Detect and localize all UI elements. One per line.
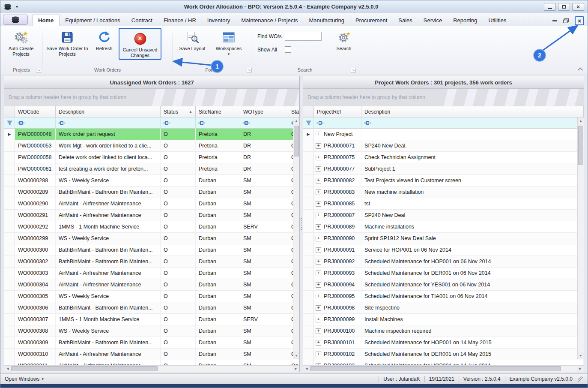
column-header-description[interactable]: Description: [361, 106, 584, 117]
work-order-row[interactable]: WO0000302BathBinMaint - Bathroom Bin Mai…: [4, 256, 299, 268]
work-order-row[interactable]: WO0000311AirMaint - Airfreshner Maintena…: [4, 360, 299, 365]
edit-filter-icon[interactable]: [4, 117, 15, 129]
expand-icon[interactable]: +: [316, 247, 321, 253]
scroll-track[interactable]: [578, 124, 584, 352]
work-order-row[interactable]: WO0000291AirMaint - Airfreshner Maintena…: [4, 210, 299, 221]
dialog-launcher-icon[interactable]: ↘: [36, 68, 41, 73]
project-row[interactable]: +PRJ0000085tst: [303, 198, 584, 210]
column-header-sitename[interactable]: SiteName: [196, 106, 240, 117]
left-vertical-scrollbar[interactable]: ▲ ▼: [293, 117, 299, 359]
expand-icon[interactable]: +: [316, 201, 321, 207]
find-wo-input[interactable]: [285, 32, 322, 41]
work-order-row[interactable]: WO0000289BathBinMaint - Bathroom Bin Mai…: [4, 186, 299, 198]
work-order-row[interactable]: WO0000288WS - Weekly ServiceODurbanSMOp: [4, 175, 299, 186]
show-all-checkbox[interactable]: [285, 46, 291, 53]
tab-procurement[interactable]: Procurement: [350, 15, 393, 26]
project-row[interactable]: ▶+New Project: [303, 129, 584, 140]
expand-icon[interactable]: +: [316, 282, 321, 288]
window-maximize-button[interactable]: [558, 3, 570, 11]
expand-icon[interactable]: +: [316, 189, 321, 195]
work-order-row[interactable]: WO0000305WS - Weekly ServiceODurbanSMOp: [4, 291, 299, 302]
panel-splitter[interactable]: [300, 76, 303, 372]
expand-icon[interactable]: +: [316, 305, 321, 311]
project-row[interactable]: +PRJ0000089Machine installations: [303, 221, 584, 233]
expand-icon[interactable]: +: [316, 155, 321, 160]
work-order-row[interactable]: WO0000290AirMaint - Airfreshner Maintena…: [4, 198, 299, 210]
column-header-status2[interactable]: Status: [288, 106, 299, 117]
filter-cell-sitename[interactable]: abc: [196, 117, 240, 129]
work-order-row[interactable]: WO0000308WS - Weekly ServiceODurbanSMOp: [4, 325, 299, 337]
open-windows-button[interactable]: Open Windows ▾: [5, 376, 44, 382]
app-icon[interactable]: [4, 3, 12, 11]
project-row[interactable]: +PRJ0000095Scheduled Maintenance for TIA…: [303, 291, 584, 302]
work-order-row[interactable]: WO0000303AirMaint - Airfreshner Maintena…: [4, 268, 299, 279]
project-row[interactable]: +PRJ0000103Scheduled Maintenance for HOP…: [303, 360, 584, 365]
filter-cell-projectref[interactable]: abc: [314, 117, 361, 129]
expand-icon[interactable]: +: [316, 328, 321, 334]
tab-maintenance-projects[interactable]: Maintenance / Projects: [236, 15, 303, 26]
workspaces-button[interactable]: Workspaces ▾: [210, 27, 248, 57]
scroll-right-icon[interactable]: ▶: [293, 366, 299, 372]
scroll-thumb[interactable]: [310, 366, 561, 371]
work-order-row[interactable]: WO0000306BathBinMaint - Bathroom Bin Mai…: [4, 302, 299, 314]
scroll-left-icon[interactable]: ◀: [4, 366, 11, 372]
work-order-row[interactable]: WO0000304AirMaint - Airfreshner Maintena…: [4, 279, 299, 291]
expand-icon[interactable]: +: [316, 132, 321, 137]
project-row[interactable]: +PRJ0000102Scheduled Maintenance for DER…: [303, 349, 584, 360]
project-row[interactable]: +PRJ0000094Scheduled Maintenance for YES…: [303, 279, 584, 291]
project-row[interactable]: +PRJ0000091Service for HOP001 on 06 Nov …: [303, 244, 584, 256]
work-order-row[interactable]: WO00003071MMS - 1 Month Machine ServiceO…: [4, 314, 299, 325]
tab-contract[interactable]: Contract: [126, 15, 158, 26]
scroll-right-icon[interactable]: ▶: [577, 366, 584, 372]
expand-icon[interactable]: +: [316, 340, 321, 346]
project-row[interactable]: +PRJ0000098Site Inspectino: [303, 302, 584, 314]
work-order-row[interactable]: PWO0000053Work Mgt - work order linked t…: [4, 140, 299, 152]
tab-service[interactable]: Service: [418, 15, 448, 26]
expand-icon[interactable]: +: [316, 363, 321, 366]
column-header-status[interactable]: Status ▲: [161, 106, 196, 117]
expand-icon[interactable]: +: [316, 166, 321, 172]
collapse-ribbon-icon[interactable]: [577, 65, 583, 72]
work-order-row[interactable]: ▶PWO0000048Work order part requestOPreto…: [4, 129, 299, 140]
scroll-down-icon[interactable]: ▼: [578, 352, 584, 359]
filter-cell-wocode[interactable]: abc: [15, 117, 56, 129]
project-row[interactable]: +PRJ0000101Scheduled Maintenance for HOP…: [303, 337, 584, 349]
tab-equipment-locations[interactable]: Equipment / Locations: [60, 15, 126, 26]
project-row[interactable]: +PRJ0000082Test Projects viewed in Custo…: [303, 175, 584, 186]
project-row[interactable]: +PRJ0000087SP240 New Deal: [303, 210, 584, 221]
quick-access-caret-icon[interactable]: ▾: [16, 4, 18, 9]
refresh-button[interactable]: Refresh: [90, 27, 118, 52]
auto-create-projects-button[interactable]: Auto Create Projects: [3, 27, 39, 58]
project-row[interactable]: +PRJ0000077SubProject 1: [303, 163, 584, 175]
workspaces-dropdown-icon[interactable]: ▾: [228, 52, 230, 56]
project-row[interactable]: +PRJ0000099Install Machines: [303, 314, 584, 325]
scroll-up-icon[interactable]: ▲: [578, 117, 584, 124]
filter-cell-description[interactable]: abc: [361, 117, 584, 129]
expand-icon[interactable]: +: [316, 236, 321, 241]
cancel-unsaved-changes-button[interactable]: × Cancel Unsaved Changes: [119, 29, 161, 59]
expand-icon[interactable]: +: [316, 178, 321, 183]
tab-finance-hr[interactable]: Finance / HR: [158, 15, 202, 26]
tab-reporting[interactable]: Reporting: [448, 15, 483, 26]
expand-icon[interactable]: +: [316, 224, 321, 230]
project-row[interactable]: +PRJ0000090Sprint SP1912 New Deal Sale: [303, 233, 584, 244]
expand-icon[interactable]: +: [316, 259, 321, 265]
window-minimize-button[interactable]: [544, 3, 556, 11]
search-button[interactable]: Search: [333, 27, 355, 52]
left-horizontal-scrollbar[interactable]: ◀ ▶: [4, 365, 299, 372]
expand-icon[interactable]: +: [316, 213, 321, 218]
expand-icon[interactable]: +: [316, 317, 321, 322]
right-vertical-scrollbar[interactable]: ▲ ▼: [577, 117, 584, 359]
project-row[interactable]: +PRJ0000075Check Technician Assignment: [303, 152, 584, 163]
scroll-left-icon[interactable]: ◀: [303, 366, 310, 372]
filter-cell-wotype[interactable]: abc: [240, 117, 288, 129]
filter-cell-description[interactable]: abc: [56, 117, 161, 129]
work-order-row[interactable]: WO0000310AirMaint - Airfreshner Maintena…: [4, 349, 299, 360]
restore-window-button[interactable]: [563, 18, 569, 23]
dialog-launcher-icon[interactable]: ↘: [247, 68, 252, 73]
scroll-thumb[interactable]: [11, 366, 158, 371]
scroll-track[interactable]: [11, 366, 293, 372]
right-horizontal-scrollbar[interactable]: ◀ ▶: [303, 365, 584, 372]
tab-inventory[interactable]: Inventory: [202, 15, 236, 26]
project-row[interactable]: +PRJ0000083New machine installation: [303, 186, 584, 198]
